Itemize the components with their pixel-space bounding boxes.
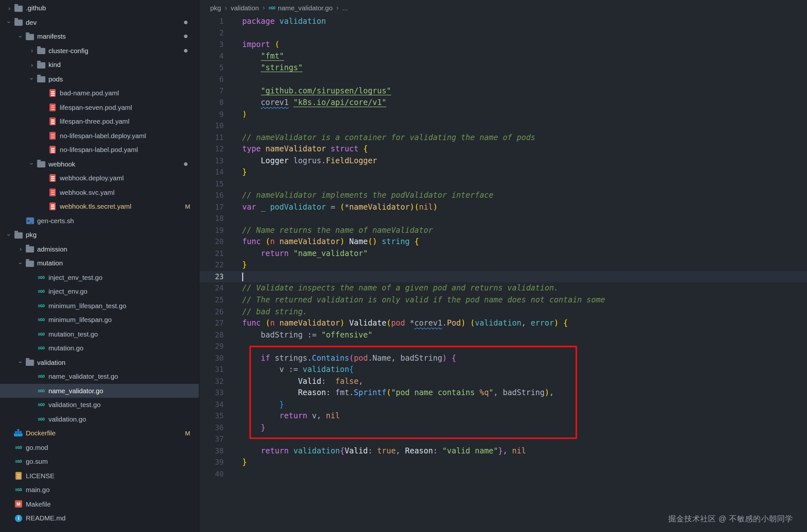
tree-item-webhook.tls.secret.yaml[interactable]: webhook.tls.secret.yamlM <box>0 200 199 213</box>
tree-item-Dockerfile[interactable]: DockerfileM <box>0 426 199 440</box>
tree-item-lifespan-three.pod.yaml[interactable]: lifespan-three.pod.yaml <box>0 114 199 129</box>
shell-script-icon: >_ <box>25 217 35 224</box>
folder-icon <box>36 61 46 68</box>
code-line-26[interactable]: 26// bad string. <box>199 306 807 317</box>
line-number: 9 <box>199 110 224 118</box>
code-line-16[interactable]: 16// nameValidator implements the podVal… <box>199 190 807 201</box>
code-line-12[interactable]: 12type nameValidator struct { <box>199 143 807 155</box>
line-number: 12 <box>199 145 224 153</box>
code-line-1[interactable]: 1package validation <box>199 16 807 27</box>
tree-item-manifests[interactable]: ›manifests <box>0 29 199 43</box>
code-line-6[interactable]: 6 <box>199 73 807 85</box>
code-line-4[interactable]: 4 "fmt" <box>199 50 807 62</box>
tree-item-minimum_lifespan_test.go[interactable]: ≡GOminimum_lifespan_test.go <box>0 299 199 313</box>
tree-item-minimum_lifespan.go[interactable]: ≡GOminimum_lifespan.go <box>0 313 199 327</box>
breadcrumb-item-...[interactable]: ... <box>342 4 348 12</box>
tree-item-mutation_test.go[interactable]: ≡GOmutation_test.go <box>0 327 199 341</box>
code-line-19[interactable]: 19// Name returns the name of nameValida… <box>199 225 807 236</box>
line-number: 32 <box>199 377 224 385</box>
tree-item-bad-name.pod.yaml[interactable]: bad-name.pod.yaml <box>0 86 199 100</box>
tree-item-mutation[interactable]: ›mutation <box>0 256 199 270</box>
tree-item-webhook.svc.yaml[interactable]: webhook.svc.yaml <box>0 185 199 200</box>
tree-item-label: inject_env.go <box>48 288 87 295</box>
tree-item-webhook[interactable]: ›webhook <box>0 157 199 171</box>
tree-item-label: go.sum <box>26 458 47 466</box>
tree-item-LICENSE[interactable]: LICENSE <box>0 469 199 483</box>
tree-item-validation_test.go[interactable]: ≡GOvalidation_test.go <box>0 398 199 412</box>
code-line-31[interactable]: 31 v := validation{ <box>199 364 807 376</box>
tree-item-Makefile[interactable]: MMakefile <box>0 497 199 511</box>
code-line-22[interactable]: 22} <box>199 259 807 271</box>
tree-item-.github[interactable]: ›.github <box>0 1 199 15</box>
code-line-text <box>242 272 243 282</box>
tree-item-label: README.md <box>26 514 66 522</box>
code-line-38[interactable]: 38 return validation{Valid: true, Reason… <box>199 445 807 457</box>
code-line-14[interactable]: 14} <box>199 167 807 178</box>
code-line-8[interactable]: 8 corev1 "k8s.io/api/core/v1" <box>199 97 807 108</box>
code-line-17[interactable]: 17var _ podValidator = (*nameValidator)(… <box>199 201 807 213</box>
code-line-24[interactable]: 24// Validate inspects the name of a giv… <box>199 282 807 294</box>
code-line-27[interactable]: 27func (n nameValidator) Validate(pod *c… <box>199 317 807 329</box>
tree-item-main.go[interactable]: ≡GOmain.go <box>0 483 199 497</box>
tree-item-inject_env.go[interactable]: ≡GOinject_env.go <box>0 284 199 299</box>
code-line-3[interactable]: 3import ( <box>199 39 807 50</box>
code-line-text: } <box>242 168 247 177</box>
tree-item-lifespan-seven.pod.yaml[interactable]: lifespan-seven.pod.yaml <box>0 100 199 114</box>
line-number: 1 <box>199 17 224 25</box>
tree-item-pods[interactable]: ›pods <box>0 72 199 86</box>
code-line-15[interactable]: 15 <box>199 178 807 190</box>
tree-item-validation[interactable]: ›validation <box>0 355 199 369</box>
code-line-7[interactable]: 7 "github.com/sirupsen/logrus" <box>199 85 807 97</box>
tree-item-inject_env_test.go[interactable]: ≡GOinject_env_test.go <box>0 270 199 284</box>
tree-item-webhook.deploy.yaml[interactable]: webhook.deploy.yaml <box>0 171 199 185</box>
code-line-5[interactable]: 5 "strings" <box>199 62 807 73</box>
go-file-icon: ≡GO <box>14 488 24 492</box>
tree-item-README.md[interactable]: iREADME.md <box>0 511 199 525</box>
tree-item-pkg[interactable]: ›pkg <box>0 228 199 242</box>
code-line-13[interactable]: 13 Logger logrus.FieldLogger <box>199 155 807 167</box>
code-line-40[interactable]: 40 <box>199 468 807 480</box>
tree-item-validation.go[interactable]: ≡GOvalidation.go <box>0 412 199 426</box>
tree-item-no-lifespan-label.deploy.yaml[interactable]: no-lifespan-label.deploy.yaml <box>0 129 199 142</box>
tree-item-kind[interactable]: ›kind <box>0 58 199 72</box>
code-line-18[interactable]: 18 <box>199 213 807 225</box>
yaml-file-icon <box>47 132 58 139</box>
code-line-39[interactable]: 39} <box>199 457 807 468</box>
code-line-34[interactable]: 34 } <box>199 399 807 410</box>
tree-item-no-lifespan-label.pod.yaml[interactable]: no-lifespan-label.pod.yaml <box>0 142 199 157</box>
code-line-10[interactable]: 10 <box>199 120 807 131</box>
code-line-text: ) <box>242 110 247 119</box>
tree-item-gen-certs.sh[interactable]: >_gen-certs.sh <box>0 213 199 228</box>
code-line-29[interactable]: 29 <box>199 340 807 352</box>
code-line-35[interactable]: 35 return v, nil <box>199 410 807 422</box>
breadcrumb-item-validation[interactable]: validation <box>231 4 259 12</box>
code-line-30[interactable]: 30 if strings.Contains(pod.Name, badStri… <box>199 352 807 364</box>
code-line-2[interactable]: 2 <box>199 27 807 39</box>
code-line-9[interactable]: 9) <box>199 108 807 120</box>
go-file-icon: ≡GO <box>36 332 46 336</box>
tree-item-cluster-config[interactable]: ›cluster-config <box>0 43 199 58</box>
code-line-20[interactable]: 20func (n nameValidator) Name() string { <box>199 236 807 248</box>
code-line-25[interactable]: 25// The returned validation is only val… <box>199 294 807 306</box>
code-line-28[interactable]: 28 badString := "offensive" <box>199 329 807 340</box>
tree-item-admission[interactable]: ›admission <box>0 242 199 256</box>
code-line-11[interactable]: 11// nameValidator is a container for va… <box>199 132 807 143</box>
tree-item-name_validator.go[interactable]: ≡GOname_validator.go <box>0 383 199 398</box>
yaml-file-icon <box>47 146 58 154</box>
code-line-32[interactable]: 32 Valid: false, <box>199 376 807 387</box>
tree-item-go.sum[interactable]: ≡GOgo.sum <box>0 454 199 469</box>
code-line-23[interactable]: 23 <box>199 271 807 282</box>
breadcrumb-item-pkg[interactable]: pkg <box>210 4 221 12</box>
code-line-21[interactable]: 21 return "name_validator" <box>199 248 807 259</box>
tree-item-name_validator_test.go[interactable]: ≡GOname_validator_test.go <box>0 369 199 383</box>
line-number: 38 <box>199 446 224 455</box>
tree-item-mutation.go[interactable]: ≡GOmutation.go <box>0 341 199 355</box>
tree-item-go.mod[interactable]: ≡GOgo.mod <box>0 440 199 454</box>
code-line-36[interactable]: 36 } <box>199 422 807 434</box>
line-number: 8 <box>199 98 224 107</box>
chevron-down-icon: › <box>17 259 24 267</box>
tree-item-dev[interactable]: ›dev <box>0 15 199 29</box>
code-line-37[interactable]: 37 <box>199 434 807 445</box>
breadcrumb-item-name_validator.go[interactable]: ≡GOname_validator.go <box>269 4 333 12</box>
code-line-33[interactable]: 33 Reason: fmt.Sprintf("pod name contain… <box>199 387 807 399</box>
